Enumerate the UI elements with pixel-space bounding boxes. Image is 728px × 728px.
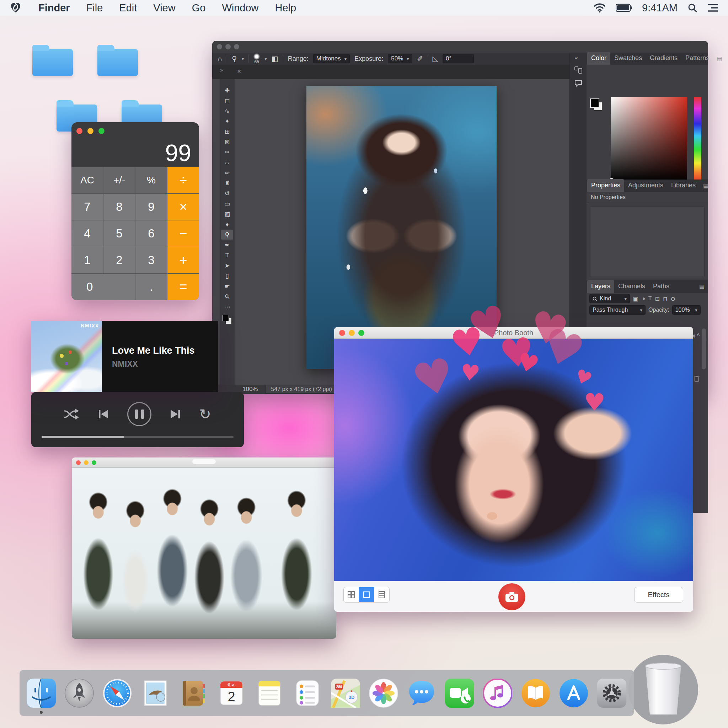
- dock-reminders-icon[interactable]: [293, 679, 322, 708]
- effects-button[interactable]: Effects: [634, 587, 683, 603]
- lasso-tool-icon[interactable]: ∿: [221, 106, 233, 116]
- calc-decimal-button[interactable]: .: [135, 274, 167, 300]
- zoom-window-icon[interactable]: [234, 44, 239, 49]
- calc-3-button[interactable]: 3: [135, 247, 167, 273]
- four-up-view-button[interactable]: [344, 587, 359, 602]
- panel-menu-icon[interactable]: ▤: [696, 283, 708, 293]
- brush-panel-toggle-icon[interactable]: ◧: [272, 55, 278, 62]
- desktop-folder[interactable]: [97, 49, 138, 76]
- film-strip-view-button[interactable]: [374, 587, 389, 602]
- tab-color[interactable]: Color: [587, 52, 610, 65]
- calc-4-button[interactable]: 4: [72, 220, 103, 247]
- chevron-down-icon[interactable]: ▾: [265, 56, 267, 61]
- dock-launchpad-icon[interactable]: [65, 679, 94, 708]
- eyedropper-tool-icon[interactable]: ✑: [221, 147, 233, 157]
- minimize-icon[interactable]: [225, 44, 231, 49]
- minimize-icon[interactable]: [87, 128, 93, 134]
- tab-channels[interactable]: Channels: [614, 280, 649, 293]
- close-icon[interactable]: [217, 44, 222, 49]
- color-field[interactable]: [611, 97, 687, 182]
- brush-settings-panel-icon[interactable]: [574, 66, 583, 75]
- tab-patterns[interactable]: Patterns: [681, 52, 713, 65]
- dock-contacts-icon[interactable]: [179, 679, 208, 708]
- airbrush-icon[interactable]: ✐: [417, 55, 423, 62]
- tab-paths[interactable]: Paths: [649, 280, 673, 293]
- take-photo-button[interactable]: [499, 583, 525, 610]
- panel-menu-icon[interactable]: ▤: [713, 55, 725, 65]
- calc-negate-button[interactable]: +/-: [104, 167, 135, 193]
- calc-5-button[interactable]: 5: [104, 220, 135, 247]
- dock-messages-icon[interactable]: [407, 679, 436, 708]
- slice-tool-icon[interactable]: ⊠: [221, 137, 233, 147]
- calc-9-button[interactable]: 9: [135, 194, 167, 220]
- brush-tool-icon[interactable]: ✏: [221, 168, 233, 178]
- chevron-down-icon[interactable]: ▾: [242, 56, 244, 61]
- dock-notes-icon[interactable]: [255, 679, 284, 708]
- calc-2-button[interactable]: 2: [104, 247, 135, 273]
- calc-divide-button[interactable]: ÷: [167, 167, 199, 193]
- photoshop-title-bar[interactable]: [212, 41, 708, 53]
- dodge-tool-icon[interactable]: ⚲: [221, 229, 233, 240]
- pen-tool-icon[interactable]: ✒: [221, 240, 233, 250]
- calc-plus-button[interactable]: +: [167, 247, 199, 273]
- calc-6-button[interactable]: 6: [135, 220, 167, 247]
- document-tab-close-icon[interactable]: ×: [237, 67, 241, 75]
- calc-ac-button[interactable]: AC: [72, 167, 103, 193]
- dock-books-icon[interactable]: [521, 679, 550, 708]
- move-tool-icon[interactable]: ✚: [221, 85, 233, 95]
- tab-layers[interactable]: Layers: [587, 280, 614, 293]
- tab-properties[interactable]: Properties: [587, 179, 624, 192]
- range-dropdown[interactable]: Midtones ▾: [313, 54, 350, 63]
- zoom-level[interactable]: 100%: [242, 386, 258, 393]
- dock-system-preferences-icon[interactable]: [597, 679, 626, 708]
- brush-preset-picker[interactable]: 65: [254, 54, 260, 64]
- desktop-folder[interactable]: [32, 49, 73, 76]
- menu-item-file[interactable]: File: [86, 2, 103, 14]
- calc-minus-button[interactable]: −: [167, 220, 199, 247]
- filter-shape-layers-icon[interactable]: ⊡: [655, 295, 660, 302]
- next-track-icon[interactable]: [170, 409, 180, 419]
- dock-itunes-icon[interactable]: [483, 679, 512, 708]
- dock-facetime-icon[interactable]: [445, 679, 474, 708]
- crop-tool-icon[interactable]: ⊞: [221, 127, 233, 136]
- history-brush-tool-icon[interactable]: ↺: [221, 188, 233, 198]
- opacity-dropdown[interactable]: 100% ▾: [672, 305, 700, 315]
- menu-item-window[interactable]: Window: [222, 2, 258, 14]
- panel-expand-icon[interactable]: «: [575, 55, 578, 61]
- pause-button[interactable]: [127, 402, 151, 426]
- filter-smart-objects-icon[interactable]: ⊓: [663, 295, 667, 302]
- exposure-dropdown[interactable]: 50% ▾: [388, 54, 412, 63]
- zoom-window-icon[interactable]: [98, 128, 104, 134]
- healing-brush-tool-icon[interactable]: ▱: [221, 158, 233, 167]
- wifi-icon[interactable]: [593, 3, 606, 13]
- angle-input[interactable]: 0°: [442, 54, 474, 63]
- dock-appstore-icon[interactable]: [559, 679, 588, 708]
- battery-icon[interactable]: [616, 3, 632, 12]
- dock-photos-icon[interactable]: [369, 679, 398, 708]
- progress-bar[interactable]: [41, 436, 234, 438]
- layer-filter-dropdown[interactable]: Kind ▾: [589, 294, 630, 303]
- calc-7-button[interactable]: 7: [72, 194, 103, 220]
- dock-safari-icon[interactable]: [103, 679, 132, 708]
- document-info[interactable]: 547 px x 419 px (72 ppi): [266, 385, 337, 393]
- filter-adjustment-layers-icon[interactable]: ◑: [642, 295, 645, 302]
- dodge-tool-preset-icon[interactable]: ⚲: [232, 55, 237, 62]
- comments-panel-icon[interactable]: [574, 79, 583, 87]
- dock-mail-icon[interactable]: [141, 679, 170, 708]
- close-icon[interactable]: [76, 460, 81, 465]
- menu-item-finder[interactable]: Finder: [38, 2, 70, 14]
- single-photo-view-button[interactable]: [359, 587, 374, 602]
- tab-libraries[interactable]: Libraries: [667, 179, 700, 192]
- dock-calendar-icon[interactable]: มี.ค. 2: [217, 679, 246, 708]
- tab-gradients[interactable]: Gradients: [646, 52, 681, 65]
- magic-wand-tool-icon[interactable]: ✦: [221, 116, 233, 126]
- tab-swatches[interactable]: Swatches: [610, 52, 646, 65]
- filter-toggle-icon[interactable]: ⊙: [670, 295, 675, 302]
- apple-heart-logo-icon[interactable]: [9, 2, 22, 14]
- hue-slider[interactable]: [694, 97, 701, 182]
- path-select-tool-icon[interactable]: ➤: [221, 260, 233, 271]
- filter-type-layers-icon[interactable]: T: [648, 295, 652, 302]
- notification-center-icon[interactable]: [707, 3, 719, 12]
- calc-8-button[interactable]: 8: [104, 194, 135, 220]
- menu-item-view[interactable]: View: [153, 2, 175, 14]
